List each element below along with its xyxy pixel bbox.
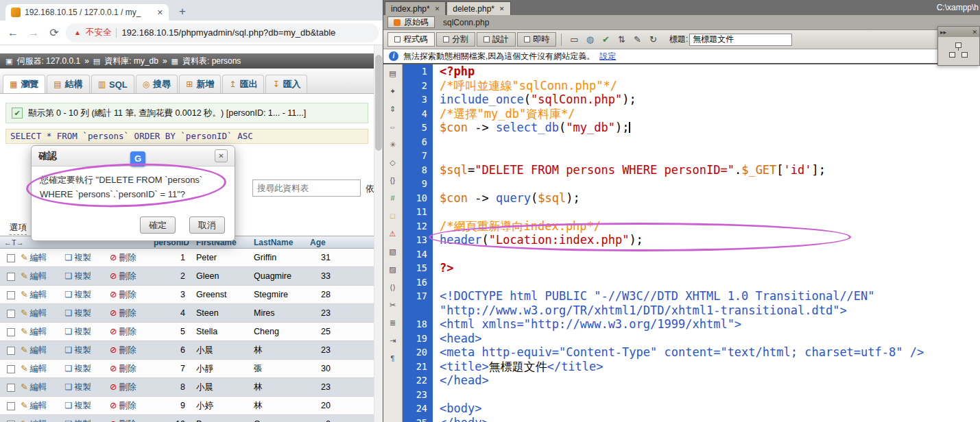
delete-link[interactable]: ⊘刪除 [110,271,154,282]
recent-snippets-icon[interactable]: ✂ [386,299,400,311]
pma-tab-import[interactable]: ↧匯入 [265,75,307,93]
breadcrumb-table[interactable]: 資料表: persons [182,55,241,67]
edit-link[interactable]: ✎編輯 [21,271,64,282]
back-icon[interactable]: ← [4,24,22,42]
edit-link[interactable]: ✎編輯 [21,289,64,301]
delete-link[interactable]: ⊘刪除 [110,308,154,319]
wrap-tag-icon[interactable]: ⟨⟩ [386,282,400,293]
preview-in-browser-icon[interactable]: ◍ [582,32,598,47]
row-checkbox[interactable] [0,345,21,355]
scrollbar-thumb[interactable] [375,55,382,151]
breadcrumb-database[interactable]: 資料庫: my_db [104,55,158,67]
close-tab-icon[interactable]: ✕ [499,5,505,12]
site-files-icon[interactable] [948,42,969,60]
move-css-icon[interactable]: ≣ [386,317,400,329]
header-lastname[interactable]: LastName [252,238,309,247]
forward-icon[interactable]: → [25,24,43,42]
close-tab-icon[interactable]: ✕ [435,5,440,12]
edit-link[interactable]: ✎編輯 [21,252,64,264]
pma-tab-structure[interactable]: ▤結構 [47,75,89,93]
site-setup-link[interactable]: 設定 [599,51,616,62]
copy-link[interactable]: ❏複製 [64,271,110,282]
document-title-input[interactable] [689,34,792,46]
source-code-button[interactable]: 原始碼 [387,16,435,28]
row-checkbox[interactable] [0,253,21,262]
collapse-full-tag-icon[interactable]: ⇕ [386,103,400,115]
row-checkbox[interactable] [0,382,21,392]
edit-link[interactable]: ✎編輯 [21,419,64,422]
confirm-ok-button[interactable]: 確定 [140,216,176,234]
edit-link[interactable]: ✎編輯 [21,308,64,319]
delete-link[interactable]: ⊘刪除 [110,363,154,375]
delete-link[interactable]: ⊘刪除 [110,326,154,338]
split-view-button[interactable]: 分割 [436,32,475,47]
row-checkbox[interactable] [0,308,21,318]
browser-tab[interactable]: 192.168.10.15 / 127.0.0.1 / my_ ✕ [5,4,169,21]
panel-close-icon[interactable]: ✕ [972,29,977,36]
row-checkbox[interactable] [0,419,21,422]
edit-link[interactable]: ✎編輯 [21,400,64,412]
code-navigator-icon[interactable]: ✦ [386,86,400,97]
balance-braces-icon[interactable]: {} [386,175,400,186]
delete-link[interactable]: ⊘刪除 [110,345,154,356]
breadcrumb-server[interactable]: 伺服器: 127.0.0.1 [16,55,80,67]
code-lines[interactable]: 1<?php2/*呼叫並連線"sqlConn.php"*/3include_on… [403,64,980,422]
design-view-button[interactable]: 設計 [477,32,516,47]
pma-tab-sql[interactable]: ▥SQL [91,75,134,93]
check-browser-compatibility-icon[interactable]: ✔ [598,32,614,47]
google-translate-icon[interactable]: G [130,151,145,166]
syntax-error-alerts-icon[interactable]: ⚠ [386,228,400,240]
w3c-validation-icon[interactable]: ✎ [630,32,645,47]
edit-link[interactable]: ✎編輯 [21,382,64,393]
address-bar[interactable]: ▲ 不安全 192.168.10.15/phpmyadmin/sql.php?d… [66,23,379,42]
copy-link[interactable]: ❏複製 [64,382,110,393]
delete-link[interactable]: ⊘刪除 [110,400,154,412]
new-tab-button[interactable]: + [174,4,191,21]
delete-link[interactable]: ⊘刪除 [110,252,154,264]
refresh-design-view-icon[interactable]: ↻ [645,32,661,47]
collapse-selection-icon[interactable]: ⇔ [386,121,400,133]
copy-link[interactable]: ❏複製 [64,326,110,338]
dialog-close-icon[interactable]: ✕ [215,149,228,162]
pma-tab-export[interactable]: ↥匯出 [222,75,264,93]
confirm-cancel-button[interactable]: 取消 [189,216,225,234]
edit-link[interactable]: ✎編輯 [21,345,64,356]
file-management-icon[interactable]: ⇅ [614,32,630,47]
editor-tab-delete[interactable]: delete.php* ✕ [446,1,510,15]
row-checkbox[interactable] [0,401,21,410]
expand-all-icon[interactable]: ✳ [386,139,400,151]
multiscreen-preview-icon[interactable]: ▭ [566,32,582,47]
remove-comment-icon[interactable]: ▨ [386,264,400,275]
edit-link[interactable]: ✎編輯 [21,363,64,375]
highlight-invalid-code-icon[interactable]: □ [386,210,400,222]
copy-link[interactable]: ❏複製 [64,252,110,264]
options-toggle[interactable]: 選項 [10,222,27,235]
pma-tab-search[interactable]: ◎搜尋 [136,75,178,93]
row-checkbox[interactable] [0,364,21,373]
delete-link[interactable]: ⊘刪除 [110,382,154,393]
code-view-button[interactable]: 程式碼 [387,32,435,47]
copy-link[interactable]: ❏複製 [64,419,110,422]
indent-code-icon[interactable]: ⇥ [386,335,400,347]
copy-link[interactable]: ❏複製 [64,400,110,412]
pma-tab-insert[interactable]: ⊞新增 [179,75,221,93]
live-view-button[interactable]: 即時 [517,32,556,47]
related-file-sqlconn[interactable]: sqlConn.php [443,18,489,27]
panel-expand-icon[interactable]: ▸▸ [940,29,946,36]
delete-link[interactable]: ⊘刪除 [110,289,154,301]
copy-link[interactable]: ❏複製 [64,363,110,375]
edit-link[interactable]: ✎編輯 [21,326,64,338]
browser-scrollbar[interactable] [374,45,383,422]
row-checkbox[interactable] [0,327,21,336]
editor-tab-index[interactable]: index.php* ✕ [385,1,446,15]
header-age[interactable]: Age [309,238,336,247]
pma-tab-browse[interactable]: ▦瀏覽 [3,75,45,93]
table-search-input[interactable] [252,179,361,197]
select-parent-tag-icon[interactable]: ◇ [386,157,400,169]
row-checkbox[interactable] [0,271,21,281]
open-documents-icon[interactable]: ▤ [386,68,400,79]
copy-link[interactable]: ❏複製 [64,289,110,301]
delete-link[interactable]: ⊘刪除 [110,419,154,422]
row-checkbox[interactable] [0,290,21,299]
format-source-icon[interactable]: ¶ [386,353,400,364]
